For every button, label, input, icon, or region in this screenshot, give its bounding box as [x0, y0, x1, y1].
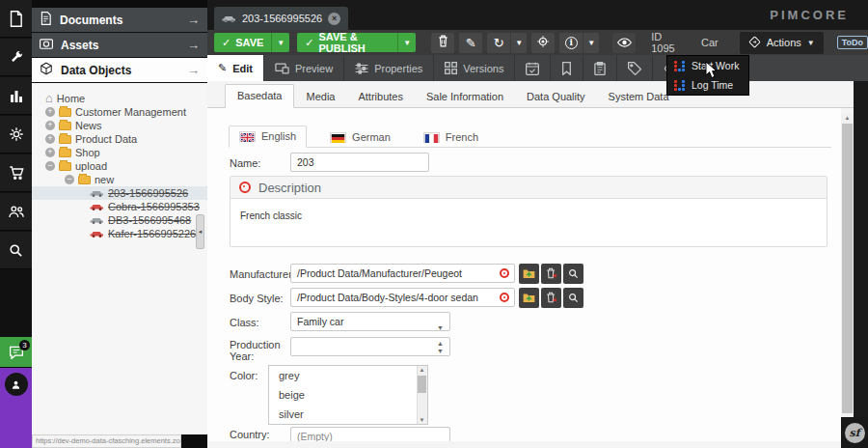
object-tab-203[interactable]: 203-1566995526 ×	[214, 7, 348, 30]
production-year-spinner[interactable]: ▲ ▼	[290, 337, 450, 356]
manufacturer-search-button[interactable]	[563, 264, 583, 284]
scrollbar-thumb[interactable]	[842, 124, 853, 413]
scroll-up-icon[interactable]: ▲	[418, 367, 426, 373]
language-tab-german[interactable]: German	[320, 127, 400, 148]
reload-dropdown-button[interactable]: ▼	[510, 33, 527, 53]
color-option-beige[interactable]: beige	[269, 385, 427, 405]
mandatory-bullseye-icon	[500, 268, 509, 278]
subtab-data-quality[interactable]: Data Quality	[515, 86, 597, 108]
tree-item-upload[interactable]: − upload	[32, 159, 207, 173]
collapse-minus-icon[interactable]: −	[65, 175, 74, 184]
body-style-href-field[interactable]: /Product Data/Body-Styles/4-door sedan	[290, 288, 515, 307]
country-select[interactable]: (Empty) ▼	[290, 427, 450, 441]
body-style-open-button[interactable]	[519, 288, 539, 308]
tab-tags[interactable]	[617, 55, 653, 81]
color-scrollbar[interactable]: ▲ ▼	[417, 366, 427, 424]
scroll-up-icon[interactable]: ▲	[843, 115, 852, 121]
delete-button[interactable]	[431, 33, 454, 53]
language-tab-french[interactable]: French	[414, 127, 488, 148]
info-dropdown-button[interactable]: ▼	[583, 33, 599, 53]
subtab-basedata[interactable]: Basedata	[225, 84, 294, 108]
tree-item-news[interactable]: + News	[32, 119, 207, 132]
body-style-remove-button[interactable]	[541, 288, 561, 308]
main-scrollbar[interactable]: ▲	[841, 114, 854, 419]
settings-rail-button[interactable]	[0, 116, 32, 154]
scroll-down-icon[interactable]: ▼	[418, 417, 426, 423]
assets-panel-header[interactable]: Assets →	[32, 33, 207, 57]
spinner-down-icon[interactable]: ▼	[437, 348, 444, 354]
home-icon: ⌂	[45, 93, 53, 104]
ecommerce-rail-button[interactable]	[0, 154, 32, 192]
manufacturer-remove-button[interactable]	[541, 264, 561, 284]
class-select[interactable]: Family car ▼	[290, 312, 450, 331]
expand-arrow-icon[interactable]: →	[187, 13, 200, 27]
tree-item-shop[interactable]: + Shop	[32, 146, 207, 159]
production-year-label: Production Year:	[230, 339, 285, 362]
chat-rail-button[interactable]: 3	[0, 337, 32, 368]
subtab-media[interactable]: Media	[294, 86, 346, 108]
tab-properties[interactable]: Properties	[344, 55, 434, 81]
bar-chart-icon	[10, 89, 23, 102]
actions-menu-button[interactable]: Actions ▼	[740, 32, 824, 54]
documents-panel-header[interactable]: Documents →	[32, 8, 207, 32]
users-rail-button[interactable]	[0, 193, 32, 231]
tree-item-203[interactable]: 203-1566995526	[32, 186, 207, 200]
expand-arrow-icon[interactable]: →	[187, 63, 200, 77]
rename-button[interactable]: ✎	[459, 33, 482, 53]
symfony-profiler-badge[interactable]: sf	[841, 417, 868, 448]
body-style-search-button[interactable]	[563, 288, 583, 308]
tab-preview[interactable]: Preview	[264, 55, 344, 81]
tab-schedule[interactable]	[515, 55, 551, 81]
language-tab-english[interactable]: English	[229, 126, 307, 148]
close-icon[interactable]: ×	[328, 13, 340, 25]
info-button[interactable]: i	[559, 33, 583, 53]
subtab-sale-information[interactable]: Sale Information	[415, 86, 515, 108]
expand-plus-icon[interactable]: +	[45, 148, 55, 157]
save-button[interactable]: ✓ SAVE	[214, 33, 271, 52]
documents-rail-button[interactable]	[0, 0, 32, 38]
tab-reports[interactable]	[583, 55, 617, 81]
color-option-silver[interactable]: silver	[269, 405, 427, 424]
tree-item-new[interactable]: − new	[32, 173, 207, 186]
reports-rail-button[interactable]	[0, 77, 32, 115]
tab-versions[interactable]: Versions	[434, 55, 515, 81]
tree-item-home[interactable]: ⌂ Home	[32, 92, 207, 105]
manufacturer-label: Manufacturer:	[230, 268, 295, 280]
tree-item-kafer[interactable]: Kafer-1566995226	[32, 227, 207, 240]
color-option-grey[interactable]: grey	[269, 366, 427, 385]
expand-arrow-icon[interactable]: →	[187, 38, 200, 52]
description-editable[interactable]: French classic	[231, 199, 827, 233]
tab-notes[interactable]	[551, 55, 583, 81]
scrollbar-thumb[interactable]	[418, 376, 426, 393]
manufacturer-open-button[interactable]	[519, 264, 539, 284]
name-input[interactable]	[290, 153, 429, 172]
wrench-icon	[9, 49, 24, 65]
subtab-attributes[interactable]: Attributes	[346, 86, 414, 108]
tab-edit[interactable]: ✎ Edit	[207, 55, 264, 81]
preview-eye-button[interactable]	[612, 33, 636, 53]
collapse-minus-icon[interactable]: −	[45, 161, 55, 171]
account-rail-button[interactable]	[0, 368, 32, 396]
tree-item-customer-management[interactable]: + Customer Management	[32, 105, 207, 119]
target-icon	[536, 35, 550, 51]
spinner-up-icon[interactable]: ▲	[437, 340, 444, 347]
save-dropdown-button[interactable]: ▼	[271, 33, 289, 52]
save-publish-button[interactable]: ✓ SAVE & PUBLISH	[297, 33, 397, 52]
tree-item-product-data[interactable]: + Product Data	[32, 132, 207, 146]
description-panel: Description French classic	[230, 176, 827, 247]
manufacturer-href-field[interactable]: /Product Data/Manufacturer/Peugeot	[290, 264, 515, 283]
expand-plus-icon[interactable]: +	[45, 134, 55, 144]
search-rail-button[interactable]	[0, 232, 32, 269]
save-publish-dropdown-button[interactable]: ▼	[397, 33, 416, 52]
tree-item-db3[interactable]: DB3-1566995468	[32, 213, 207, 227]
tree-item-cobra[interactable]: Cobra-1566995353	[32, 200, 207, 213]
expand-plus-icon[interactable]: +	[45, 107, 55, 117]
reload-button[interactable]: ↻	[487, 33, 510, 53]
build-rail-button[interactable]	[0, 39, 32, 76]
expand-plus-icon[interactable]: +	[45, 121, 55, 130]
object-toolbar: ✓ SAVE ▼ ✓ SAVE & PUBLISH ▼ ✎ ↻	[207, 30, 868, 55]
description-title: Description	[258, 181, 321, 195]
locate-in-tree-button[interactable]	[531, 33, 555, 53]
panel-collapse-handle[interactable]: ◂	[196, 214, 204, 249]
data-objects-panel-header[interactable]: Data Objects →	[32, 58, 207, 82]
